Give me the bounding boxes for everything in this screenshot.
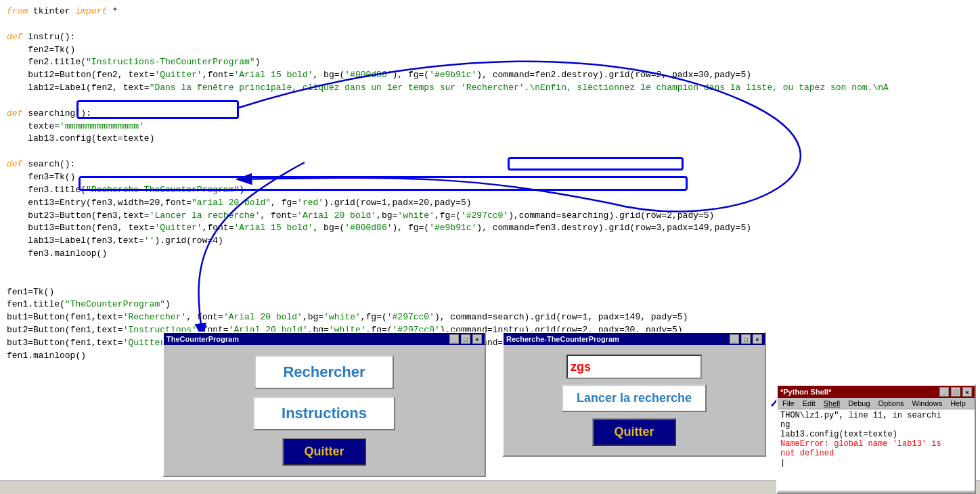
code-line: texte='mmmmmmmmmmmmmm' <box>7 120 973 133</box>
shell-line: THON\lz1.py", line 11, in searchi <box>780 411 972 420</box>
shell-menu-debug[interactable]: Debug <box>844 399 874 408</box>
window-search-titlebar: Recherche-TheCounterProgram _ □ × <box>504 333 765 345</box>
window-main-titlebar: TheCounterProgram _ □ × <box>164 333 485 345</box>
code-line: fen3.mainloop() <box>7 248 973 261</box>
window-shell: *Python Shell* _ □ × File Edit Shell Deb… <box>776 384 976 494</box>
window-shell-controls: _ □ × <box>938 387 972 397</box>
maximize-icon[interactable]: □ <box>741 334 751 344</box>
close-icon[interactable]: × <box>962 387 972 397</box>
window-search: Recherche-TheCounterProgram _ □ × Lancer… <box>502 332 766 457</box>
window-search-body: Lancer la recherche Quitter <box>504 345 765 455</box>
shell-error-line: not defined <box>780 449 972 458</box>
code-line <box>7 145 973 158</box>
shell-menu: File Edit Shell Debug Options Windows He… <box>778 398 975 409</box>
shell-menu-file[interactable]: File <box>778 399 799 408</box>
minimize-icon[interactable]: _ <box>939 387 949 397</box>
lancer-button[interactable]: Lancer la recherche <box>562 384 707 412</box>
code-line: def search(): <box>7 158 973 171</box>
shell-menu-help[interactable]: Help <box>946 399 970 408</box>
code-line <box>7 95 973 108</box>
code-line: but23=Button(fen3,text='Lancer la recher… <box>7 210 973 223</box>
code-line: fen3.title("Recherche-TheCounterProgram"… <box>7 184 973 197</box>
code-line: fen2=Tk() <box>7 44 973 57</box>
code-line: fen1.mainloop() <box>7 350 973 363</box>
quitter-button-search[interactable]: Quitter <box>592 418 675 446</box>
code-line: fen1=Tk() <box>7 286 973 299</box>
code-line: lab13=Label(fen3,text='').grid(row=4) <box>7 235 973 248</box>
close-icon[interactable]: × <box>472 334 482 344</box>
code-line: lab12=Label(fen2, text="Dans la fenêtre … <box>7 82 973 95</box>
shell-line: lab13.config(text=texte) <box>780 430 972 439</box>
code-line <box>7 261 973 273</box>
code-line <box>7 273 973 286</box>
window-shell-titlebar: *Python Shell* _ □ × <box>778 386 975 398</box>
minimize-icon[interactable]: _ <box>730 334 739 344</box>
shell-menu-options[interactable]: Options <box>874 399 908 408</box>
instructions-button[interactable]: Instructions <box>253 397 395 430</box>
code-line: but1=Button(fen1,text='Rechercher', font… <box>7 311 973 324</box>
code-line: but2=Button(fen1,text='Instructions',fon… <box>7 324 973 337</box>
code-line: ent13=Entry(fen3,width=20,font="arial 20… <box>7 197 973 210</box>
code-line: from tkinter import * <box>7 5 973 18</box>
code-line: fen3=Tk() <box>7 171 973 184</box>
search-entry[interactable] <box>566 355 702 379</box>
code-line: but12=Button(fen2, text='Quitter',font='… <box>7 69 973 82</box>
code-line: fen2.title("Instructions-TheCounterProgr… <box>7 56 973 69</box>
window-main: TheCounterProgram _ □ × Rechercher Instr… <box>162 332 486 477</box>
maximize-icon[interactable]: □ <box>951 387 960 397</box>
code-line: but13=Button(fen3, text='Quitter',font='… <box>7 222 973 235</box>
shell-cursor-line: | <box>780 458 972 468</box>
code-line: lab13.config(text=texte) <box>7 133 973 145</box>
window-shell-title: *Python Shell* <box>780 388 831 396</box>
maximize-icon[interactable]: □ <box>461 334 470 344</box>
quitter-button-main[interactable]: Quitter <box>282 438 365 466</box>
rechercher-button[interactable]: Rechercher <box>254 355 393 389</box>
shell-menu-shell[interactable]: Shell <box>820 399 844 408</box>
code-line: but3=Button(fen1,text='Quitter', font='A… <box>7 337 973 350</box>
code-line: fen1.title("TheCounterProgram") <box>7 298 973 311</box>
minimize-icon[interactable]: _ <box>449 334 459 344</box>
window-main-body: Rechercher Instructions Quitter <box>164 345 485 476</box>
shell-line: ng <box>780 420 972 430</box>
close-icon[interactable]: × <box>753 334 762 344</box>
shell-content: THON\lz1.py", line 11, in searchi ng lab… <box>778 409 975 491</box>
window-search-controls: _ □ × <box>728 334 762 344</box>
code-line <box>7 18 973 31</box>
shell-error-line: NameError: global name 'lab13' is <box>780 439 972 449</box>
code-line: def searching(): <box>7 108 973 120</box>
window-main-title: TheCounterProgram <box>166 335 239 343</box>
window-main-controls: _ □ × <box>448 334 482 344</box>
shell-menu-edit[interactable]: Edit <box>799 399 820 408</box>
shell-menu-windows[interactable]: Windows <box>908 399 947 408</box>
window-search-title: Recherche-TheCounterProgram <box>506 335 619 343</box>
code-line: def instru(): <box>7 31 973 44</box>
